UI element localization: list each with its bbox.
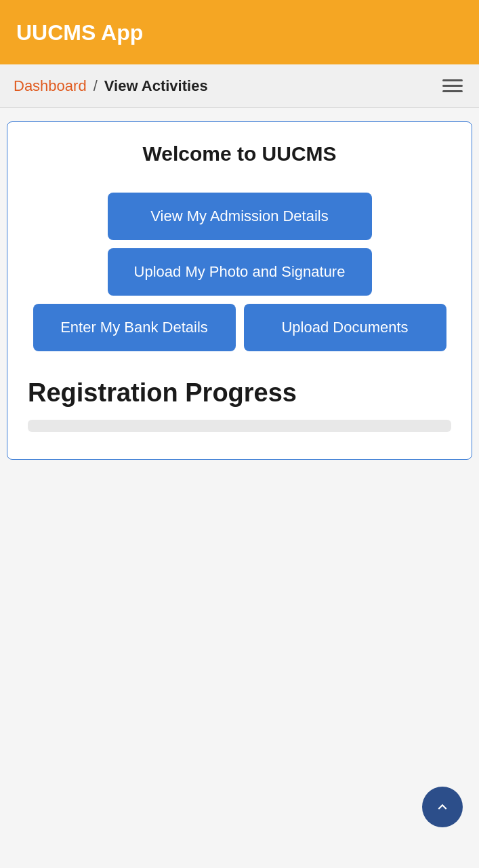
- hamburger-menu-icon[interactable]: [440, 77, 465, 95]
- bank-details-button[interactable]: Enter My Bank Details: [33, 304, 236, 351]
- bottom-buttons-row: Enter My Bank Details Upload Documents: [33, 304, 446, 351]
- hamburger-line-2: [442, 85, 463, 87]
- breadcrumb-bar: Dashboard / View Activities: [0, 64, 479, 108]
- main-content-card: Welcome to UUCMS View My Admission Detai…: [7, 121, 472, 460]
- registration-progress-section: Registration Progress: [21, 378, 458, 432]
- view-admission-button[interactable]: View My Admission Details: [108, 193, 372, 240]
- app-header: UUCMS App: [0, 0, 479, 64]
- progress-bar-container: [28, 420, 451, 432]
- hamburger-line-3: [442, 90, 463, 92]
- upload-documents-button[interactable]: Upload Documents: [244, 304, 446, 351]
- progress-title: Registration Progress: [28, 378, 451, 408]
- scroll-to-top-button[interactable]: [422, 787, 463, 827]
- breadcrumb-dashboard-link[interactable]: Dashboard: [14, 77, 87, 95]
- action-buttons-container: View My Admission Details Upload My Phot…: [21, 193, 458, 351]
- breadcrumb: Dashboard / View Activities: [14, 77, 208, 95]
- hamburger-line-1: [442, 79, 463, 81]
- upload-photo-button[interactable]: Upload My Photo and Signature: [108, 248, 372, 296]
- breadcrumb-current-page: View Activities: [104, 77, 208, 95]
- chevron-up-icon: [434, 798, 451, 816]
- welcome-heading: Welcome to UUCMS: [21, 142, 458, 165]
- breadcrumb-separator: /: [93, 77, 98, 95]
- app-title: UUCMS App: [16, 20, 143, 45]
